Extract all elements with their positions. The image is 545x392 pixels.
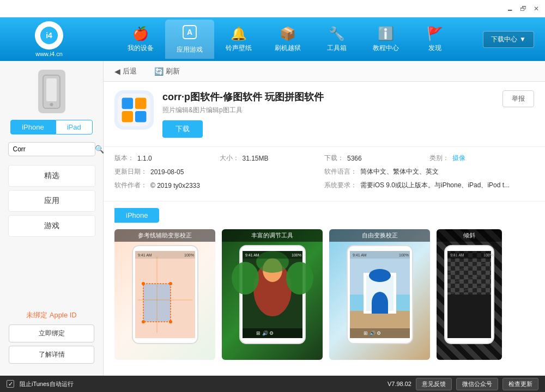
download-center-icon: ▼ [519, 35, 526, 43]
screenshot-2-label: 丰富的调节工具 [222, 229, 323, 242]
requirements-label: 系统要求： [324, 181, 357, 190]
screenshots-section: iPhone 参考线辅助变形校正 [104, 201, 545, 366]
requirements-value: 需要iOS 9.0或以上版本。与iPhone、iPad、iPod t... [360, 181, 510, 190]
search-icon[interactable]: 🔍 [95, 145, 104, 154]
device-tabs: iPhone iPad [10, 120, 93, 134]
info-icon: ℹ️ [378, 26, 394, 41]
language-label: 软件语言： [324, 167, 357, 176]
flag-icon: 🚩 [427, 26, 443, 41]
main-layout: iPhone iPad 🔍 精选 应用 游戏 未绑定 Apple ID 立即绑定… [0, 61, 545, 376]
sidebar: iPhone iPad 🔍 精选 应用 游戏 未绑定 Apple ID 立即绑定… [0, 61, 104, 376]
screenshot-2-content: 9:41 AM 100% ⊞ 🔊 ⚙ [222, 229, 323, 360]
language-value: 简体中文、繁体中文、英文 [360, 167, 439, 176]
category-value[interactable]: 摄像 [452, 154, 465, 163]
logo-url: www.i4.cn [35, 51, 63, 57]
svg-point-18 [142, 282, 145, 285]
svg-point-19 [169, 282, 172, 285]
svg-text:100%: 100% [292, 253, 301, 257]
app-subtitle: 照片编辑&图片编辑p图工具 [162, 106, 494, 115]
svg-point-20 [142, 320, 145, 323]
back-button[interactable]: ◀ 后退 [110, 64, 141, 78]
svg-text:9:41 AM: 9:41 AM [138, 253, 152, 257]
svg-text:⊞ 🔊 ⚙: ⊞ 🔊 ⚙ [256, 330, 274, 336]
downloads-value: 5366 [347, 155, 362, 162]
tab-iphone[interactable]: iPhone [10, 120, 55, 134]
version-value: 1.1.0 [137, 155, 152, 162]
close-button[interactable]: ✕ [532, 4, 541, 13]
window-controls: 🗕 🗗 ✕ [506, 4, 541, 13]
size-value: 31.15MB [243, 155, 269, 162]
svg-rect-9 [135, 98, 147, 109]
device-icon [38, 70, 65, 113]
meta-language: 软件语言： 简体中文、繁体中文、英文 [324, 167, 534, 176]
screenshot-3-label: 自由变换校正 [329, 229, 430, 242]
apple-id-label[interactable]: 未绑定 Apple ID [9, 310, 94, 320]
screenshot-1: 参考线辅助变形校正 [114, 229, 215, 360]
maximize-button[interactable]: 🗗 [519, 4, 528, 13]
status-bar: ✓ 阻止iTunes自动运行 V7.98.02 意见反馈 微信公众号 检查更新 [0, 376, 545, 392]
nav-app-games[interactable]: A 应用游戏 [165, 20, 214, 59]
header: i4 www.i4.cn 🍎 我的设备 A 应用游戏 🔔 铃声壁纸 📦 刷机越狱 [0, 17, 545, 61]
nav-tutorials[interactable]: ℹ️ 教程中心 [361, 20, 410, 59]
meta-version: 版本： 1.1.0 [114, 154, 220, 163]
svg-text:A: A [187, 28, 192, 36]
apple-icon: 🍎 [132, 26, 149, 41]
nav-jailbreak[interactable]: 📦 刷机越狱 [263, 20, 312, 59]
apple-id-section: 未绑定 Apple ID 立即绑定 了解详情 [0, 302, 103, 376]
meta-row-1: 版本： 1.1.0 大小： 31.15MB 下载： 5366 类别： 摄像 [114, 154, 534, 163]
refresh-button[interactable]: 🔄 刷新 [150, 64, 184, 78]
nav-toolbox[interactable]: 🔧 工具箱 [312, 20, 361, 59]
app-meta-section: 版本： 1.1.0 大小： 31.15MB 下载： 5366 类别： 摄像 [104, 147, 545, 201]
meta-downloads: 下载： 5366 [324, 154, 429, 163]
update-date-label: 更新日期： [114, 167, 147, 176]
author-value: © 2019 ty0x2333 [150, 182, 200, 189]
refresh-label: 刷新 [166, 66, 180, 76]
svg-text:9:41 AM: 9:41 AM [450, 253, 464, 257]
search-box: 🔍 [8, 142, 95, 156]
stop-itunes-checkbox[interactable]: ✓ [7, 380, 14, 388]
download-center-button[interactable]: 下载中心 ▼ [483, 31, 534, 48]
svg-rect-11 [135, 111, 147, 122]
screenshot-2: 丰富的调节工具 [222, 229, 323, 360]
svg-text:100%: 100% [184, 253, 194, 257]
svg-text:⊞ 🔊 ⚙: ⊞ 🔊 ⚙ [364, 330, 381, 336]
wechat-button[interactable]: 微信公众号 [456, 378, 498, 390]
nav-ringtones[interactable]: 🔔 铃声壁纸 [214, 20, 263, 59]
menu-apps[interactable]: 应用 [8, 190, 95, 212]
download-button[interactable]: 下载 [162, 120, 203, 138]
nav-discover[interactable]: 🚩 发现 [410, 20, 459, 59]
sidebar-menu: 精选 应用 游戏 [0, 165, 103, 239]
wrench-icon: 🔧 [329, 26, 345, 41]
back-icon: ◀ [114, 67, 120, 76]
screenshot-tab-iphone[interactable]: iPhone [114, 208, 159, 223]
content-area: ◀ 后退 🔄 刷新 corr·p图软件-修图软件 玩图拼图软件 [104, 61, 545, 376]
app-info-section: corr·p图软件-修图软件 玩图拼图软件 照片编辑&图片编辑p图工具 下载 举… [104, 82, 545, 147]
svg-point-45 [369, 269, 391, 282]
check-update-button[interactable]: 检查更新 [502, 378, 538, 390]
tab-ipad[interactable]: iPad [56, 120, 93, 134]
svg-rect-44 [372, 303, 388, 314]
screenshot-3: 自由变换校正 [329, 229, 430, 360]
app-icon-nav: A [182, 24, 197, 43]
report-button[interactable]: 举报 [502, 90, 534, 107]
meta-row-3: 软件作者： © 2019 ty0x2333 系统要求： 需要iOS 9.0或以上… [114, 181, 534, 190]
svg-rect-5 [46, 78, 57, 101]
status-right: V7.98.02 意见反馈 微信公众号 检查更新 [387, 378, 538, 390]
svg-point-30 [286, 262, 313, 295]
menu-games[interactable]: 游戏 [8, 215, 95, 237]
logo[interactable]: i4 www.i4.cn [5, 21, 93, 57]
meta-size: 大小： 31.15MB [220, 154, 325, 163]
menu-featured[interactable]: 精选 [8, 165, 95, 187]
screenshot-1-label: 参考线辅助变形校正 [114, 229, 215, 242]
learn-more-button[interactable]: 了解详情 [9, 346, 94, 364]
minimize-button[interactable]: 🗕 [506, 4, 514, 13]
back-label: 后退 [123, 66, 137, 76]
feedback-button[interactable]: 意见反馈 [416, 378, 452, 390]
svg-rect-8 [122, 98, 134, 109]
search-input[interactable] [13, 145, 95, 153]
svg-text:9:41 AM: 9:41 AM [353, 253, 367, 257]
bind-apple-id-button[interactable]: 立即绑定 [9, 324, 94, 342]
screenshot-4-content: 9:41 AM 100% [437, 229, 502, 360]
nav-my-device[interactable]: 🍎 我的设备 [116, 20, 165, 59]
meta-requirements: 系统要求： 需要iOS 9.0或以上版本。与iPhone、iPad、iPod t… [324, 181, 534, 190]
